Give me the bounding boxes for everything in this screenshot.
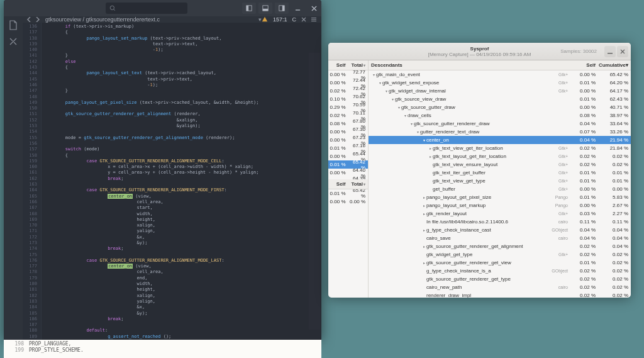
descendants-row[interactable]: cairo_savecairo0.04 %0.04 %	[369, 234, 631, 242]
svg-line-1	[114, 9, 115, 11]
file-language[interactable]: C	[292, 16, 297, 23]
descendants-row[interactable]: ▸pango_layout_set_markupPango0.00 %2.67 …	[369, 201, 631, 210]
panel-toggle-right-button[interactable]	[275, 3, 289, 14]
callers-header[interactable]: Self Total▾	[328, 179, 368, 189]
descendants-row[interactable]: In file /usr/lib64/libcairo.so.2.11400.6…	[369, 218, 631, 226]
close-button[interactable]	[617, 46, 628, 57]
titlebar-controls	[241, 0, 321, 16]
sysprof-body: Self Total▾ 0.00 %72.77 %0.00 %72.44 %0.…	[328, 60, 631, 298]
close-button[interactable]	[306, 0, 321, 16]
svg-rect-8	[295, 9, 299, 10]
editor-pathbar: gtksourceview / gtksourcegutterrenderert…	[4, 16, 321, 23]
svg-rect-10	[311, 20, 316, 20]
svg-rect-3	[247, 6, 248, 11]
cursor-position: 157:1	[273, 16, 287, 23]
descendants-row[interactable]: ▸pango_layout_get_pixel_sizePango0.01 %5…	[369, 193, 631, 201]
code-editor-window: gtksourceview / gtksourcegutterrenderert…	[4, 0, 321, 340]
descendants-row[interactable]: ▾gtk_widget_draw_internalGtk+0.00 %64.17…	[369, 87, 631, 95]
descendants-row[interactable]: ▸gtk_render_layoutGtk+0.03 %2.27 %	[369, 210, 631, 218]
descendants-row[interactable]: gtk_text_iter_get_bufferGtk+0.01 %0.01 %	[369, 169, 631, 177]
warning-icon[interactable]	[262, 16, 268, 23]
functions-header[interactable]: Self Total▾	[328, 60, 368, 70]
descendants-row[interactable]: ▾gtk_widget_send_exposeGtk+0.01 %64.20 %	[369, 79, 631, 87]
svg-rect-9	[311, 18, 316, 18]
close-tab-icon[interactable]	[301, 17, 306, 22]
svg-rect-7	[282, 6, 284, 11]
menu-icon[interactable]	[311, 17, 316, 22]
descendants-row[interactable]: ▾gtk_main_do_eventGtk+0.00 %65.42 %	[369, 70, 631, 79]
sample-count: Samples: 30002	[560, 48, 597, 54]
editor-titlebar	[4, 0, 321, 16]
descendants-row[interactable]: ▸gtk_text_view_get_iter_locationGtk+0.02…	[369, 144, 631, 152]
descendants-row[interactable]: ▸g_type_check_instance_castGObject0.04 %…	[369, 226, 631, 234]
tools-icon[interactable]	[8, 36, 18, 47]
nav-forward-icon[interactable]	[35, 17, 40, 22]
file-path[interactable]: gtksourceview / gtksourcegutterrenderert…	[45, 16, 257, 23]
editor-sidebar	[4, 16, 23, 340]
descendants-row[interactable]: cairo_new_pathcairo0.02 %0.02 %	[369, 283, 631, 291]
sysprof-window: Sysprof [Memory Capture] — 04/19/2016 09…	[328, 43, 631, 298]
descendants-row[interactable]: renderer_draw_impl0.02 %0.02 %	[369, 291, 631, 298]
minimap[interactable]	[309, 53, 320, 330]
descendants-panel: Descendants Self Cumulative▾ ▾gtk_main_d…	[369, 60, 631, 298]
line-gutter: 136 137 138 139 140 141 142 143 144 145 …	[23, 23, 42, 358]
code-area[interactable]: if (text->priv->is_markup) { pango_layou…	[42, 23, 321, 358]
underlying-editor-peek: 198PROP_LANGUAGE, 199PROP_STYLE_SCHEME.	[4, 340, 321, 358]
descendants-row[interactable]: g_type_check_instance_is_aGObject0.02 %0…	[369, 267, 631, 275]
descendants-row[interactable]: ▸gtk_source_gutter_renderer_get_view0.01…	[369, 259, 631, 267]
search-input[interactable]	[106, 3, 187, 14]
svg-rect-5	[263, 9, 268, 11]
nav-back-icon[interactable]	[26, 17, 31, 22]
svg-rect-12	[608, 53, 613, 54]
sysprof-title: Sysprof [Memory Capture] — 04/19/2016 09…	[428, 46, 531, 57]
descendants-row[interactable]: get_bufferGtk+0.00 %0.00 %	[369, 185, 631, 193]
descendants-row[interactable]: ▾gutter_renderer_text_draw0.07 %33.26 %	[369, 128, 631, 136]
descendants-row[interactable]: ▾gtk_source_gutter_renderer_draw0.04 %33…	[369, 120, 631, 128]
document-icon[interactable]	[8, 20, 18, 30]
svg-rect-11	[311, 21, 316, 21]
descendants-row[interactable]: ▾gtk_source_gutter_draw0.00 %40.71 %	[369, 103, 631, 111]
descendants-row[interactable]: ▸gtk_text_layout_get_iter_locationGtk+0.…	[369, 152, 631, 160]
search-icon	[109, 5, 116, 11]
callers-row[interactable]: 0.00 %0.00 %	[328, 198, 368, 206]
descendants-row[interactable]: ▸gtk_source_gutter_renderer_get_alignmen…	[369, 242, 631, 250]
callers-row[interactable]: 0.01 %65.42 %	[328, 189, 368, 198]
descendants-row[interactable]: gtk_text_view_ensure_layoutGtk+0.02 %0.0…	[369, 160, 631, 169]
panel-toggle-bottom-button[interactable]	[258, 3, 272, 14]
descendants-row[interactable]: gtk_source_gutter_renderer_get_type0.02 …	[369, 275, 631, 283]
functions-panel: Self Total▾ 0.00 %72.77 %0.00 %72.44 %0.…	[328, 60, 369, 298]
editor-body: 136 137 138 139 140 141 142 143 144 145 …	[23, 23, 321, 358]
descendants-row[interactable]: ▾draw_cells0.08 %38.97 %	[369, 111, 631, 120]
descendants-row[interactable]: ▾gtk_source_view_draw0.01 %62.43 %	[369, 95, 631, 103]
minimize-button[interactable]	[604, 46, 616, 57]
panel-toggle-left-button[interactable]	[242, 3, 256, 14]
descendants-row[interactable]: ▾center_on0.04 %21.94 %	[369, 136, 631, 144]
descendants-header[interactable]: Descendants Self Cumulative▾	[369, 60, 631, 70]
sysprof-titlebar: Sysprof [Memory Capture] — 04/19/2016 09…	[328, 43, 631, 60]
descendants-row[interactable]: gtk_text_view_get_typeGtk+0.01 %0.01 %	[369, 177, 631, 185]
svg-point-0	[110, 6, 114, 9]
descendants-row[interactable]: gtk_widget_get_typeGtk+0.02 %0.02 %	[369, 250, 631, 259]
minimize-button[interactable]	[290, 0, 305, 16]
